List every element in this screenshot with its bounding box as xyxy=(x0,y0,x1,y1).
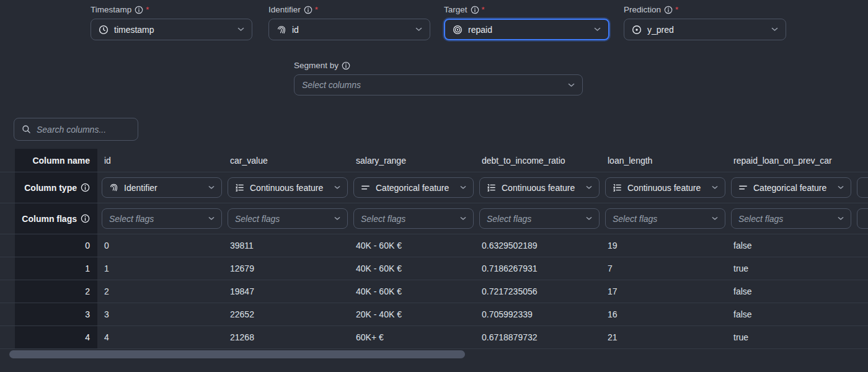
row-index: 4 xyxy=(85,332,90,342)
table-cell: true xyxy=(727,332,852,342)
target-label: Target * xyxy=(444,5,609,14)
chevron-down-icon xyxy=(208,216,215,221)
chevron-down-icon xyxy=(460,216,466,221)
columns-table: Column name id car_value salary_range de… xyxy=(0,149,868,349)
flags-placeholder: Select flags xyxy=(738,214,832,224)
column-type-value: Categorical feature xyxy=(753,183,832,193)
column-type-select-partial[interactable] xyxy=(857,177,868,198)
column-type-row: Column type Identifier Continuous featur… xyxy=(0,172,868,203)
chevron-down-icon xyxy=(838,216,844,221)
list-ordered-icon xyxy=(487,183,496,192)
column-name-header-cell: Column name xyxy=(15,149,97,172)
table-cell: 0.7217235056 xyxy=(475,286,601,296)
info-icon[interactable] xyxy=(342,61,350,70)
column-type-select[interactable]: Categorical feature xyxy=(731,177,851,198)
info-icon[interactable] xyxy=(81,214,90,223)
row-index-cell: 3 xyxy=(15,303,97,326)
column-header: debt_to_income_ratio xyxy=(475,156,601,166)
category-lines-icon xyxy=(361,183,370,192)
info-icon[interactable] xyxy=(471,6,479,14)
column-type-select[interactable]: Continuous feature xyxy=(228,177,348,198)
chevron-down-icon xyxy=(586,185,592,190)
column-header: repaid_loan_on_prev_car xyxy=(727,156,852,166)
chevron-down-icon xyxy=(460,185,466,190)
info-icon[interactable] xyxy=(664,6,673,14)
column-type-value: Continuous feature xyxy=(627,183,706,193)
column-flags-select[interactable]: Select flags xyxy=(102,208,222,229)
chevron-down-icon xyxy=(838,185,844,190)
segment-by-select[interactable]: Select columns xyxy=(294,74,583,95)
column-type-select[interactable]: Continuous feature xyxy=(479,177,600,198)
table-cell: 0.6718879732 xyxy=(475,332,601,342)
prediction-field: Prediction * y_pred xyxy=(624,5,786,40)
column-flags-select[interactable]: Select flags xyxy=(731,208,851,229)
column-flags-select[interactable]: Select flags xyxy=(605,208,725,229)
table-cell: 0 xyxy=(97,241,223,250)
table-cell: 40K - 60K € xyxy=(349,241,475,250)
table-row: 3 3 22652 20K - 40K € 0.705992339 16 fal… xyxy=(0,303,868,326)
identifier-value: id xyxy=(292,25,410,35)
target-field: Target * repaid xyxy=(444,5,609,40)
table-cell: 0.705992339 xyxy=(475,309,601,319)
target-icon xyxy=(453,25,463,35)
row-index: 1 xyxy=(85,264,90,273)
table-cell: 40K - 60K € xyxy=(349,286,475,296)
table-cell: false xyxy=(727,286,852,296)
row-index-cell: 2 xyxy=(15,280,97,303)
table-cell: 40K - 60K € xyxy=(349,264,475,273)
search-input[interactable] xyxy=(37,125,130,135)
identifier-field: Identifier * id xyxy=(268,5,430,40)
table-cell: 4 xyxy=(97,332,223,342)
info-icon[interactable] xyxy=(304,6,312,14)
chevron-down-icon xyxy=(712,185,718,190)
table-cell: 0.7186267931 xyxy=(475,264,601,273)
horizontal-scrollbar-thumb[interactable] xyxy=(9,350,465,358)
timestamp-field: Timestamp * timestamp xyxy=(91,5,252,40)
chevron-down-icon xyxy=(237,27,244,32)
column-type-value: Identifier xyxy=(124,183,203,193)
column-name-label: Column name xyxy=(32,156,90,166)
column-type-select[interactable]: Identifier xyxy=(102,177,222,198)
identifier-select[interactable]: id xyxy=(268,19,430,40)
table-header-row: Column name id car_value salary_range de… xyxy=(0,149,868,172)
table-cell: 3 xyxy=(97,309,223,319)
column-type-select[interactable]: Categorical feature xyxy=(353,177,474,198)
info-icon[interactable] xyxy=(135,6,143,14)
timestamp-select[interactable]: timestamp xyxy=(91,19,252,40)
prediction-label-text: Prediction xyxy=(624,5,661,14)
table-cell: 1 xyxy=(97,264,223,273)
column-header: loan_length xyxy=(601,156,727,166)
column-flags-select[interactable]: Select flags xyxy=(353,208,474,229)
target-select[interactable]: repaid xyxy=(444,19,609,40)
chevron-down-icon xyxy=(712,216,718,221)
segment-by-label-text: Segment by xyxy=(294,61,339,70)
segment-by-label: Segment by xyxy=(294,61,583,70)
circle-dot-icon xyxy=(632,25,642,35)
column-flags-select[interactable]: Select flags xyxy=(479,208,600,229)
fingerprint-icon xyxy=(109,183,118,192)
column-type-select[interactable]: Continuous feature xyxy=(605,177,725,198)
column-type-value: Continuous feature xyxy=(250,183,329,193)
timestamp-label: Timestamp * xyxy=(91,5,252,14)
table-cell: 21 xyxy=(601,332,727,342)
clock-icon xyxy=(99,25,108,35)
column-type-value: Categorical feature xyxy=(376,183,454,193)
flags-placeholder: Select flags xyxy=(235,214,329,224)
table-cell: 39811 xyxy=(223,241,349,250)
row-index: 0 xyxy=(85,241,90,250)
table-cell: 12679 xyxy=(223,264,349,273)
fingerprint-icon xyxy=(277,25,286,35)
row-index: 3 xyxy=(85,309,90,319)
table-cell: false xyxy=(727,241,852,250)
required-asterisk: * xyxy=(482,5,485,14)
info-icon[interactable] xyxy=(81,183,90,192)
chevron-down-icon xyxy=(568,83,575,87)
flags-placeholder: Select flags xyxy=(109,214,203,224)
timestamp-label-text: Timestamp xyxy=(91,5,131,14)
column-flags-header-cell: Column flags xyxy=(15,203,97,234)
prediction-select[interactable]: y_pred xyxy=(624,19,786,40)
prediction-label: Prediction * xyxy=(624,5,786,14)
column-flags-select[interactable]: Select flags xyxy=(228,208,348,229)
target-value: repaid xyxy=(468,25,588,35)
column-flags-select-partial[interactable] xyxy=(857,208,868,229)
